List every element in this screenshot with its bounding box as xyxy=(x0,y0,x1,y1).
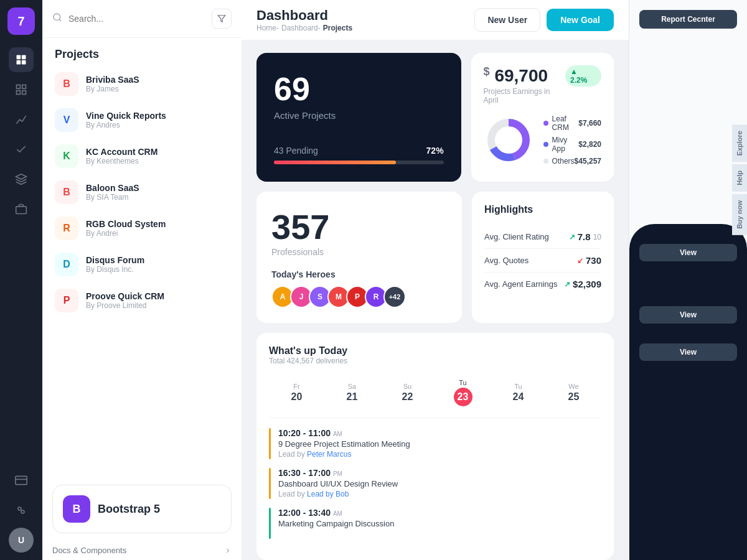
right-panel: Report Cecnter View View View Explore He… xyxy=(629,0,747,560)
svg-rect-7 xyxy=(22,91,26,95)
project-logo: B xyxy=(55,72,78,96)
sidebar-icon-dashboard[interactable] xyxy=(9,47,34,72)
top-header: Dashboard Home- Dashboard- Projects New … xyxy=(242,0,629,40)
project-item[interactable]: B Briviba SaaS By James xyxy=(42,66,242,102)
project-item[interactable]: D Disqus Forum By Disqus Inc. xyxy=(42,246,242,282)
professionals-count: 357 xyxy=(271,207,447,247)
project-info: Vine Quick Reports By Andres xyxy=(86,111,166,129)
highlights-title: Highlights xyxy=(484,204,601,215)
project-item[interactable]: V Vine Quick Reports By Andres xyxy=(42,102,242,138)
event-line-3 xyxy=(269,508,271,539)
filter-button[interactable] xyxy=(212,9,232,29)
project-logo: V xyxy=(55,108,78,132)
header-left: Dashboard Home- Dashboard- Projects xyxy=(256,7,352,32)
active-projects-card: 69 Active Projects 43 Pending 72% xyxy=(256,53,461,182)
search-input[interactable] xyxy=(68,14,205,24)
right-panel-top: Report Cecnter xyxy=(629,0,747,163)
highlight-row-3: Avg. Agent Earnings ↗ $2,309 xyxy=(484,273,601,296)
bootstrap-title: Bootstrap 5 xyxy=(98,503,160,516)
breadcrumb: Home- Dashboard- Projects xyxy=(256,24,352,32)
svg-point-16 xyxy=(21,510,24,513)
heroes-title: Today's Heroes xyxy=(271,269,447,279)
svg-line-18 xyxy=(59,19,61,21)
user-avatar-small[interactable]: U xyxy=(9,528,34,553)
sidebar-icon-briefcase[interactable] xyxy=(9,197,34,222)
page-title: Dashboard xyxy=(256,7,352,24)
svg-rect-6 xyxy=(17,91,21,95)
view-button-1[interactable]: View xyxy=(639,244,737,261)
sidebar-icon-apps[interactable] xyxy=(9,498,34,523)
view-button-3[interactable]: View xyxy=(639,343,737,361)
project-info: Disqus Forum By Disqus Inc. xyxy=(86,255,144,274)
legend-item-others: Others $45,257 xyxy=(543,157,601,166)
search-icon xyxy=(52,12,62,25)
project-logo: K xyxy=(55,144,78,168)
whatsup-card: What's up Today Total 424,567 deliveries… xyxy=(256,333,614,560)
far-left-sidebar: 7 U xyxy=(0,0,42,560)
project-info: Proove Quick CRM By Proove Limited xyxy=(86,291,164,310)
project-logo: B xyxy=(55,180,78,204)
left-panel: Projects B Briviba SaaS By James V Vine … xyxy=(42,0,242,560)
cal-day-24[interactable]: Tu 24 xyxy=(491,379,546,406)
earnings-card: $ 69,700 Projects Earnings in April ▲ 2.… xyxy=(471,53,614,182)
project-info: Baloon SaaS By SIA Team xyxy=(86,183,139,202)
project-item[interactable]: P Proove Quick CRM By Proove Limited xyxy=(42,282,242,319)
project-logo: R xyxy=(55,217,78,240)
new-user-button[interactable]: New User xyxy=(474,8,540,32)
sidebar-icon-check[interactable] xyxy=(9,137,34,162)
earnings-amount: $ 69,700 xyxy=(484,65,565,86)
view-button-2[interactable]: View xyxy=(639,306,737,324)
project-item[interactable]: B Baloon SaaS By SIA Team xyxy=(42,174,242,210)
mid-row: 357 Professionals Today's Heroes A J S M… xyxy=(256,192,614,323)
project-item[interactable]: R RGB Cloud System By Andrei xyxy=(42,210,242,246)
side-tab-explore[interactable]: Explore xyxy=(732,124,747,162)
sidebar-icon-layers[interactable] xyxy=(9,167,34,192)
svg-point-15 xyxy=(18,507,21,510)
event-1-lead-link[interactable]: Peter Marcus xyxy=(307,450,351,459)
event-1: 10:20 - 11:00 AM 9 Degree Project Estima… xyxy=(269,428,601,459)
svg-rect-0 xyxy=(17,55,21,60)
sidebar-icon-grid[interactable] xyxy=(9,77,34,102)
highlight-row-2: Avg. Quotes ↙ 730 xyxy=(484,249,601,273)
project-info: Briviba SaaS By James xyxy=(86,75,139,93)
event-2: 16:30 - 17:00 PM Dashboard UI/UX Design … xyxy=(269,468,601,499)
svg-line-8 xyxy=(17,119,20,124)
heroes-section: Today's Heroes A J S M P R +42 xyxy=(271,269,447,308)
cal-day-22[interactable]: Su 22 xyxy=(380,379,435,406)
side-tab-buy[interactable]: Buy now xyxy=(732,194,747,235)
report-center-button[interactable]: Report Cecnter xyxy=(639,10,737,29)
legend-item-mivy: Mivy App $2,820 xyxy=(543,136,601,153)
svg-rect-4 xyxy=(17,85,21,89)
calendar-row: Fr 20 Sa 21 Su 22 Tu 23 Tu 24 xyxy=(269,375,601,418)
svg-point-17 xyxy=(54,14,60,21)
app-badge[interactable]: 7 xyxy=(7,7,35,35)
projects-title: Projects xyxy=(42,38,242,66)
whatsup-subtitle: Total 424,567 deliveries xyxy=(269,357,601,365)
side-tab-help[interactable]: Help xyxy=(732,164,747,192)
bootstrap-card: B Bootstrap 5 xyxy=(52,485,232,533)
cal-day-20[interactable]: Fr 20 xyxy=(269,379,324,406)
event-2-lead-link[interactable]: Lead by Bob xyxy=(307,490,349,498)
whatsup-title: What's up Today xyxy=(269,345,601,357)
donut-chart xyxy=(484,115,533,165)
docs-link[interactable]: Docs & Components xyxy=(42,541,242,560)
legend-item-leaf: Leaf CRM $7,660 xyxy=(543,114,601,132)
svg-rect-3 xyxy=(22,60,26,65)
cal-day-23-today[interactable]: Tu 23 xyxy=(435,375,491,410)
cal-day-21[interactable]: Sa 21 xyxy=(324,379,380,406)
project-item[interactable]: K KC Account CRM By Keenthemes xyxy=(42,138,242,174)
event-3: 12:00 - 13:40 AM Marketing Campaign Disc… xyxy=(269,508,601,539)
sidebar-icon-chart[interactable] xyxy=(9,107,34,132)
cal-day-25[interactable]: We 25 xyxy=(546,379,601,406)
avatars-row: A J S M P R +42 xyxy=(271,286,447,308)
bootstrap-logo: B xyxy=(63,495,90,523)
active-projects-label: Active Projects xyxy=(274,110,444,121)
svg-marker-11 xyxy=(16,174,27,179)
sidebar-icon-card[interactable] xyxy=(9,468,34,493)
svg-rect-1 xyxy=(22,55,26,60)
svg-rect-12 xyxy=(16,207,27,214)
new-goal-button[interactable]: New Goal xyxy=(547,9,614,31)
svg-rect-13 xyxy=(16,476,27,484)
svg-rect-2 xyxy=(17,60,21,65)
dashboard-body: 69 Active Projects 43 Pending 72% $ 69,7… xyxy=(242,40,629,560)
